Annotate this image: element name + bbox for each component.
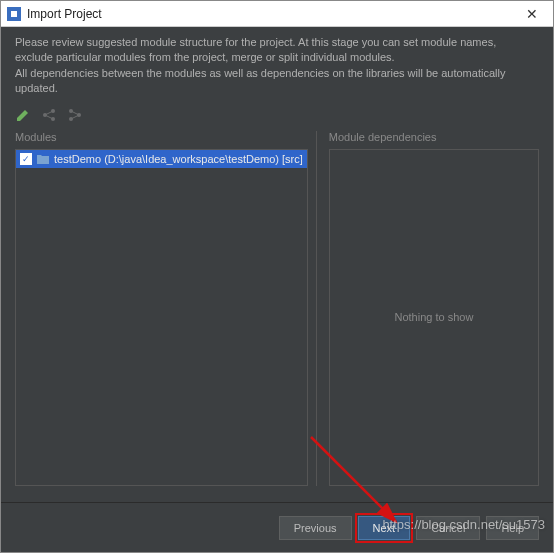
dependencies-list: Nothing to show bbox=[329, 149, 539, 486]
module-label: testDemo (D:\java\Idea_workspace\testDem… bbox=[54, 153, 303, 165]
previous-button[interactable]: Previous bbox=[279, 516, 352, 540]
modules-header: Modules bbox=[15, 131, 308, 149]
edit-icon[interactable] bbox=[15, 107, 31, 123]
import-project-window: Import Project ✕ Please review suggested… bbox=[0, 0, 554, 553]
dependencies-pane: Module dependencies Nothing to show bbox=[317, 131, 539, 486]
split-icon[interactable] bbox=[41, 107, 57, 123]
close-button[interactable]: ✕ bbox=[517, 3, 547, 25]
dependencies-header: Module dependencies bbox=[329, 131, 539, 149]
help-button[interactable]: Help bbox=[486, 516, 539, 540]
titlebar: Import Project ✕ bbox=[1, 1, 553, 27]
panes-container: Modules ✓ testDemo (D:\java\Idea_workspa… bbox=[1, 131, 553, 486]
svg-rect-1 bbox=[11, 11, 17, 17]
module-row[interactable]: ✓ testDemo (D:\java\Idea_workspace\testD… bbox=[16, 150, 307, 168]
toolbar bbox=[1, 101, 553, 131]
merge-icon[interactable] bbox=[67, 107, 83, 123]
footer: Previous Next Cancel Help bbox=[1, 502, 553, 552]
instruction-line: Please review suggested module structure… bbox=[15, 35, 539, 50]
folder-icon bbox=[36, 152, 50, 166]
app-icon bbox=[7, 7, 21, 21]
empty-text: Nothing to show bbox=[394, 311, 473, 323]
instructions-text: Please review suggested module structure… bbox=[1, 27, 553, 101]
next-button[interactable]: Next bbox=[358, 516, 411, 540]
instruction-line: All dependencies between the modules as … bbox=[15, 66, 539, 97]
modules-list[interactable]: ✓ testDemo (D:\java\Idea_workspace\testD… bbox=[15, 149, 308, 486]
module-checkbox[interactable]: ✓ bbox=[20, 153, 32, 165]
cancel-button[interactable]: Cancel bbox=[416, 516, 480, 540]
instruction-line: exclude particular modules from the proj… bbox=[15, 50, 539, 65]
content-area: Please review suggested module structure… bbox=[1, 27, 553, 552]
window-title: Import Project bbox=[27, 7, 517, 21]
modules-pane: Modules ✓ testDemo (D:\java\Idea_workspa… bbox=[15, 131, 317, 486]
